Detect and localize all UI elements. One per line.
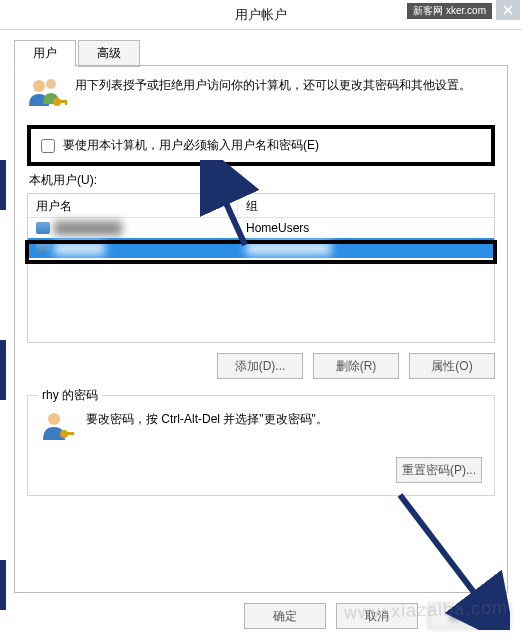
close-icon <box>503 5 513 15</box>
intro-row: 用下列表授予或拒绝用户访问你的计算机，还可以更改其密码和其他设置。 <box>27 76 495 115</box>
title-bar: 用户帐户 新客网 xker.com <box>0 0 522 30</box>
svg-point-1 <box>46 79 56 89</box>
window-title: 用户帐户 <box>235 6 287 24</box>
credentials-required-row: 要使用本计算机，用户必须输入用户名和密码(E) <box>27 125 495 166</box>
credentials-required-checkbox[interactable] <box>41 139 55 153</box>
col-username[interactable]: 用户名 <box>28 194 238 217</box>
svg-point-5 <box>48 413 60 425</box>
col-group[interactable]: 组 <box>238 194 494 217</box>
tab-users[interactable]: 用户 <box>14 40 76 67</box>
source-badge: 新客网 xker.com <box>407 3 492 19</box>
listview-header: 用户名 组 <box>28 194 494 218</box>
remove-button[interactable]: 删除(R) <box>313 353 399 379</box>
apply-button[interactable]: 应用(A) <box>428 603 510 629</box>
group-cell: HomeUsers <box>238 219 494 237</box>
username-cell: ██████ <box>54 241 105 255</box>
dialog-content: 用户 高级 用下列表授予或拒绝用户访问你的计算机，还可以更改其密码和其他设置。 <box>0 30 522 639</box>
edge-artifact <box>0 340 6 400</box>
user-icon <box>36 242 50 254</box>
user-action-buttons: 添加(D)... 删除(R) 属性(O) <box>27 353 495 379</box>
edge-artifact <box>0 160 6 210</box>
list-item[interactable]: ████████ HomeUsers <box>28 218 494 238</box>
reset-password-button[interactable]: 重置密码(P)... <box>396 457 482 483</box>
properties-button[interactable]: 属性(O) <box>409 353 495 379</box>
list-item-selected[interactable]: ██████ ██████████ <box>28 238 494 258</box>
cancel-button[interactable]: 取消 <box>336 603 418 629</box>
users-keys-icon <box>27 76 67 115</box>
password-group-legend: rhy 的密码 <box>38 387 102 404</box>
tab-users-panel: 用下列表授予或拒绝用户访问你的计算机，还可以更改其密码和其他设置。 要使用本计算… <box>14 65 508 593</box>
svg-rect-4 <box>65 100 67 105</box>
svg-point-0 <box>33 80 45 92</box>
tab-advanced[interactable]: 高级 <box>78 40 140 67</box>
dialog-buttons: 确定 取消 应用(A) <box>244 603 510 629</box>
ok-button[interactable]: 确定 <box>244 603 326 629</box>
svg-rect-7 <box>66 432 74 435</box>
password-group: rhy 的密码 要改密码，按 Ctrl-Alt-Del 并选择"更改密码"。 重… <box>27 395 495 496</box>
users-listview[interactable]: 用户名 组 ████████ HomeUsers ██████ ████████… <box>27 193 495 343</box>
close-button[interactable] <box>496 0 520 20</box>
user-icon <box>36 222 50 234</box>
password-instruction: 要改密码，按 Ctrl-Alt-Del 并选择"更改密码"。 <box>86 410 482 428</box>
add-button[interactable]: 添加(D)... <box>217 353 303 379</box>
group-cell: ██████████ <box>246 241 331 255</box>
edge-artifact <box>0 560 6 610</box>
username-cell: ████████ <box>54 221 122 235</box>
intro-text: 用下列表授予或拒绝用户访问你的计算机，还可以更改其密码和其他设置。 <box>75 76 495 115</box>
credentials-required-label: 要使用本计算机，用户必须输入用户名和密码(E) <box>63 137 319 154</box>
user-key-icon <box>40 410 76 447</box>
local-users-label: 本机用户(U): <box>29 172 493 189</box>
tab-strip: 用户 高级 <box>14 40 508 66</box>
